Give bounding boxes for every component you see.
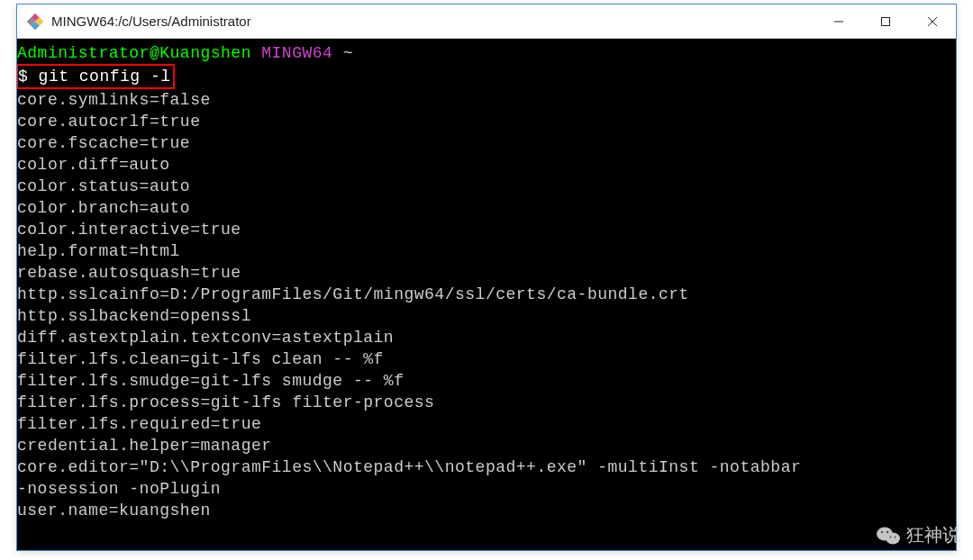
output-line: filter.lfs.process=git-lfs filter-proces… — [17, 392, 956, 413]
close-button[interactable] — [909, 5, 956, 38]
prompt-user-host: Administrator@Kuangshen — [17, 44, 251, 62]
output-line: filter.lfs.required=true — [17, 413, 956, 435]
output-line: -nosession -noPlugin — [17, 478, 956, 500]
output-line: diff.astextplain.textconv=astextplain — [17, 327, 956, 348]
minimize-button[interactable] — [815, 5, 862, 38]
app-icon — [26, 13, 44, 31]
svg-rect-6 — [882, 17, 890, 25]
output-line: color.branch=auto — [17, 197, 956, 219]
titlebar: MINGW64:/c/Users/Administrator — [17, 5, 956, 39]
output-container: core.symlinks=falsecore.autocrlf=truecor… — [17, 89, 956, 521]
wechat-icon — [876, 525, 901, 546]
output-line: credential.helper=manager — [17, 435, 956, 456]
window-title: MINGW64:/c/Users/Administrator — [51, 14, 815, 29]
svg-point-10 — [886, 532, 900, 544]
command-line: $ git config -l — [17, 64, 956, 89]
output-line: color.diff=auto — [17, 154, 956, 176]
output-line: core.autocrlf=true — [17, 111, 956, 132]
output-line: help.format=html — [17, 240, 956, 262]
terminal-body[interactable]: Administrator@Kuangshen MINGW64 ~ $ git … — [17, 39, 956, 550]
svg-point-14 — [895, 536, 896, 537]
output-line: core.fscache=true — [17, 132, 956, 154]
output-line: color.status=auto — [17, 176, 956, 197]
prompt-line: Administrator@Kuangshen MINGW64 ~ — [17, 42, 956, 64]
prompt-path: ~ — [343, 44, 353, 62]
watermark: 狂神说 — [876, 523, 960, 547]
output-line: core.editor="D:\\ProgramFiles\\Notepad++… — [17, 456, 956, 478]
prompt-env: MINGW64 — [261, 44, 332, 62]
output-line: color.interactive=true — [17, 219, 956, 240]
output-line: http.sslbackend=openssl — [17, 305, 956, 327]
output-line: rebase.autosquash=true — [17, 262, 956, 284]
svg-point-11 — [881, 530, 883, 532]
output-line: filter.lfs.smudge=git-lfs smudge -- %f — [17, 370, 956, 392]
command-highlight: $ git config -l — [17, 64, 175, 89]
terminal-window: MINGW64:/c/Users/Administrator Administr… — [16, 4, 957, 551]
window-controls — [815, 5, 956, 38]
output-line: http.sslcainfo=D:/ProgramFiles/Git/mingw… — [17, 284, 956, 305]
watermark-text: 狂神说 — [906, 523, 960, 547]
command-text: git config -l — [39, 68, 171, 86]
svg-point-13 — [890, 536, 892, 537]
maximize-button[interactable] — [862, 5, 909, 38]
output-line: core.symlinks=false — [17, 89, 956, 111]
output-line: user.name=kuangshen — [17, 500, 956, 521]
output-line: filter.lfs.clean=git-lfs clean -- %f — [17, 348, 956, 370]
svg-point-12 — [887, 530, 888, 532]
prompt-symbol: $ — [18, 68, 39, 86]
